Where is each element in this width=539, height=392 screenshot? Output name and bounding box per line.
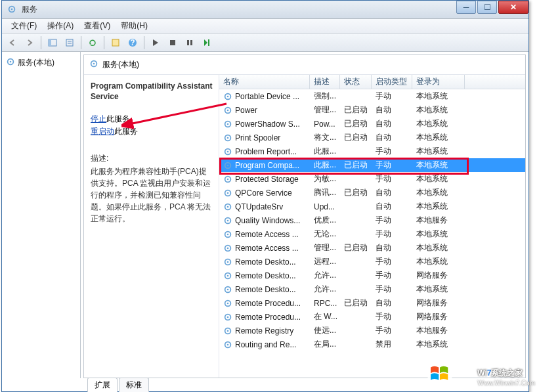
cell-name: Remote Procedu... bbox=[219, 297, 310, 309]
service-row[interactable]: Remote Deskto...远程...手动本地系统 bbox=[219, 255, 525, 269]
start-service-button[interactable] bbox=[148, 35, 163, 50]
cell-name: Quality Windows... bbox=[219, 215, 310, 227]
service-row[interactable]: Remote Deskto...允许...手动网络服务 bbox=[219, 269, 525, 282]
export-list-button[interactable] bbox=[62, 35, 77, 50]
cell-start: 禁用 bbox=[372, 338, 412, 351]
svg-point-51 bbox=[227, 316, 229, 318]
column-startup-type[interactable]: 启动类型 bbox=[372, 75, 412, 89]
service-row[interactable]: Routing and Re...在局...禁用本地系统 bbox=[219, 338, 525, 351]
stop-service-link[interactable]: 停止 bbox=[91, 114, 106, 123]
column-description[interactable]: 描述 bbox=[310, 75, 340, 89]
service-row[interactable]: Program Compa...此服...已启动手动本地系统 bbox=[219, 158, 525, 172]
service-gear-icon bbox=[223, 133, 232, 142]
restart-service-link[interactable]: 重启动 bbox=[91, 127, 114, 136]
cell-logon: 本地系统 bbox=[412, 227, 465, 241]
column-name[interactable]: 名称 bbox=[219, 75, 310, 89]
cell-status: 已启动 bbox=[340, 103, 372, 117]
svg-point-17 bbox=[93, 63, 95, 65]
tab-extended[interactable]: 扩展 bbox=[87, 378, 118, 392]
minimize-button[interactable]: ─ bbox=[456, 1, 476, 14]
service-row[interactable]: Power管理...已启动自动本地系统 bbox=[219, 103, 525, 117]
cell-logon: 网络服务 bbox=[412, 296, 465, 310]
pause-service-button[interactable] bbox=[182, 35, 198, 50]
cell-start: 手动 bbox=[372, 255, 412, 269]
service-row[interactable]: Remote Access ...管理...已启动自动本地系统 bbox=[219, 241, 525, 255]
service-row[interactable]: Remote Registry使远...手动本地服务 bbox=[219, 324, 525, 338]
tree-pane[interactable]: 服务(本地) bbox=[2, 52, 81, 378]
cell-status: 已启动 bbox=[340, 117, 372, 131]
service-row[interactable]: Quality Windows...优质...手动本地服务 bbox=[219, 213, 525, 227]
svg-point-21 bbox=[227, 109, 229, 111]
menu-file[interactable]: 文件(F) bbox=[6, 19, 42, 33]
svg-text:?: ? bbox=[130, 38, 135, 47]
stop-service-button[interactable] bbox=[165, 35, 181, 50]
cell-status bbox=[340, 219, 372, 222]
cell-logon: 网络服务 bbox=[412, 269, 465, 282]
window-controls: ─ ☐ ✕ bbox=[456, 1, 528, 14]
window-title: 服务 bbox=[22, 4, 528, 15]
svg-point-33 bbox=[227, 192, 229, 194]
service-gear-icon bbox=[223, 230, 232, 239]
svg-rect-12 bbox=[190, 40, 192, 45]
service-row[interactable]: Protected Storage为敏...手动本地系统 bbox=[219, 172, 525, 186]
service-row[interactable]: PowerShadow S...Pow...已启动自动本地系统 bbox=[219, 117, 525, 131]
right-header-label: 服务(本地) bbox=[102, 59, 139, 70]
properties-button[interactable] bbox=[108, 35, 123, 50]
nav-back-button[interactable] bbox=[5, 35, 20, 50]
service-row[interactable]: Print Spooler将文...已启动自动本地系统 bbox=[219, 131, 525, 144]
help-button[interactable]: ? bbox=[125, 35, 140, 50]
service-gear-icon bbox=[223, 106, 232, 115]
tree-root-services-local[interactable]: 服务(本地) bbox=[5, 56, 77, 70]
cell-logon: 本地系统 bbox=[412, 172, 465, 186]
list-rows[interactable]: Portable Device ...强制...手动本地系统Power管理...… bbox=[219, 89, 525, 378]
service-gear-icon bbox=[223, 244, 232, 253]
show-hide-tree-button[interactable] bbox=[45, 35, 60, 50]
service-row[interactable]: QTUpdateSrvUpd...自动本地系统 bbox=[219, 200, 525, 213]
cell-logon: 本地服务 bbox=[412, 213, 465, 227]
menu-view[interactable]: 查看(V) bbox=[79, 19, 116, 33]
cell-status: 已启动 bbox=[340, 131, 372, 144]
service-row[interactable]: Problem Report...此服...手动本地系统 bbox=[219, 144, 525, 158]
cell-logon: 本地系统 bbox=[412, 158, 465, 172]
cell-name: Remote Deskto... bbox=[219, 284, 310, 295]
cell-desc: 在局... bbox=[310, 338, 340, 351]
cell-logon: 本地系统 bbox=[412, 117, 465, 131]
titlebar[interactable]: 服务 ─ ☐ ✕ bbox=[2, 1, 528, 19]
toolbar-separator bbox=[81, 36, 81, 49]
column-status[interactable]: 状态 bbox=[340, 75, 372, 89]
service-row[interactable]: Remote Deskto...允许...手动本地系统 bbox=[219, 282, 525, 296]
cell-status bbox=[340, 95, 372, 98]
description-text: 此服务为程序兼容性助手(PCA)提供支持。PCA 监视由用户安装和运行的程序，并… bbox=[91, 165, 213, 225]
menu-help[interactable]: 帮助(H) bbox=[116, 19, 153, 33]
description-label: 描述: bbox=[91, 153, 213, 164]
cell-status bbox=[340, 178, 372, 181]
cell-start: 手动 bbox=[372, 213, 412, 227]
restart-service-button[interactable] bbox=[199, 35, 215, 50]
close-button[interactable]: ✕ bbox=[498, 1, 528, 14]
column-logon-as[interactable]: 登录为 bbox=[412, 75, 465, 89]
right-body: Program Compatibility Assistant Service … bbox=[84, 75, 525, 378]
cell-start: 手动 bbox=[372, 310, 412, 324]
cell-name: Remote Deskto... bbox=[219, 270, 310, 282]
maximize-button[interactable]: ☐ bbox=[477, 1, 497, 14]
refresh-button[interactable] bbox=[85, 35, 100, 50]
service-row[interactable]: Remote Procedu...RPC...已启动自动网络服务 bbox=[219, 296, 525, 310]
cell-logon: 本地系统 bbox=[412, 200, 465, 213]
nav-forward-button[interactable] bbox=[22, 35, 37, 50]
service-row[interactable]: Remote Access ...无论...手动本地系统 bbox=[219, 227, 525, 241]
menu-action[interactable]: 操作(A) bbox=[42, 19, 79, 33]
cell-start: 手动 bbox=[372, 144, 412, 158]
cell-start: 自动 bbox=[372, 186, 412, 200]
service-row[interactable]: QPCore Service腾讯...已启动自动本地系统 bbox=[219, 186, 525, 200]
service-row[interactable]: Portable Device ...强制...手动本地系统 bbox=[219, 89, 525, 103]
tab-standard[interactable]: 标准 bbox=[119, 378, 149, 392]
cell-desc: 将文... bbox=[310, 131, 340, 144]
cell-start: 自动 bbox=[372, 131, 412, 144]
svg-rect-11 bbox=[187, 40, 189, 45]
cell-name: PowerShadow S... bbox=[219, 118, 310, 130]
services-icon bbox=[89, 59, 98, 70]
cell-desc: 为敏... bbox=[310, 172, 340, 186]
cell-logon: 本地系统 bbox=[412, 144, 465, 158]
cell-name: QTUpdateSrv bbox=[219, 201, 310, 213]
service-row[interactable]: Remote Procedu...在 W...手动网络服务 bbox=[219, 310, 525, 324]
